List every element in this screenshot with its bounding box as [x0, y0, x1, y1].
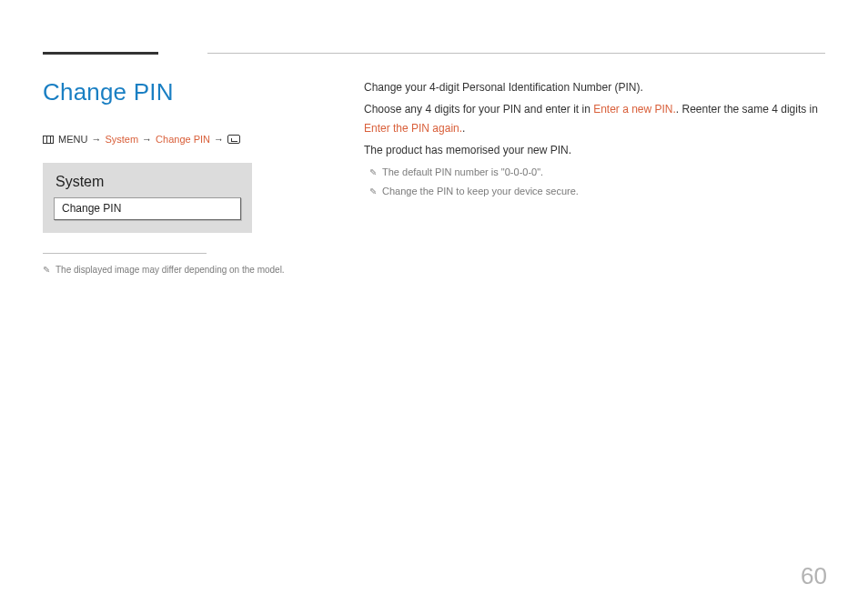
left-footnote-text: The displayed image may differ depending…: [56, 265, 285, 275]
header-rule-heavy: [43, 52, 158, 55]
body-p2-a: Choose any 4 digits for your PIN and ent…: [364, 103, 593, 116]
page-number: 60: [801, 562, 827, 590]
body-column: Change your 4-digit Personal Identificat…: [364, 78, 825, 200]
body-p3: The product has memorised your new PIN.: [364, 141, 825, 159]
breadcrumb-change-pin[interactable]: Change PIN: [156, 134, 210, 145]
pen-icon: ✎: [369, 184, 377, 199]
menu-icon: [43, 136, 54, 144]
menu-panel-heading: System: [56, 174, 241, 190]
menu-panel-row-change-pin[interactable]: Change PIN: [54, 197, 241, 220]
link-enter-pin-again[interactable]: Enter the PIN again.: [364, 122, 462, 135]
breadcrumb-system[interactable]: System: [105, 134, 138, 145]
panel-underline: [43, 253, 207, 254]
note-2: ✎Change the PIN to keep your device secu…: [369, 183, 825, 200]
body-p2: Choose any 4 digits for your PIN and ent…: [364, 100, 825, 137]
enter-icon: [227, 135, 240, 144]
header-rule-thin: [207, 53, 825, 54]
menu-panel: System Change PIN: [43, 163, 252, 233]
body-p2-b: . Reenter the same 4 digits in: [676, 103, 818, 116]
note-1: ✎The default PIN number is "0-0-0-0".: [369, 164, 825, 181]
note-1-text: The default PIN number is "0-0-0-0".: [382, 166, 543, 177]
breadcrumb-arrow: →: [91, 134, 101, 145]
note-2-text: Change the PIN to keep your device secur…: [382, 186, 579, 196]
link-enter-new-pin[interactable]: Enter a new PIN.: [593, 103, 676, 116]
breadcrumb-arrow: →: [214, 134, 224, 145]
breadcrumb-arrow: →: [142, 134, 152, 145]
breadcrumb: MENU → System → Change PIN →: [43, 134, 334, 145]
body-p2-c: .: [462, 122, 465, 135]
pen-icon: ✎: [43, 265, 50, 275]
pen-icon: ✎: [369, 164, 377, 179]
body-p1: Change your 4-digit Personal Identificat…: [364, 78, 825, 96]
breadcrumb-menu-label: MENU: [58, 134, 87, 145]
left-column: Change PIN MENU → System → Change PIN → …: [43, 78, 334, 275]
page-title: Change PIN: [43, 78, 334, 106]
left-footnote: ✎The displayed image may differ dependin…: [43, 265, 334, 275]
